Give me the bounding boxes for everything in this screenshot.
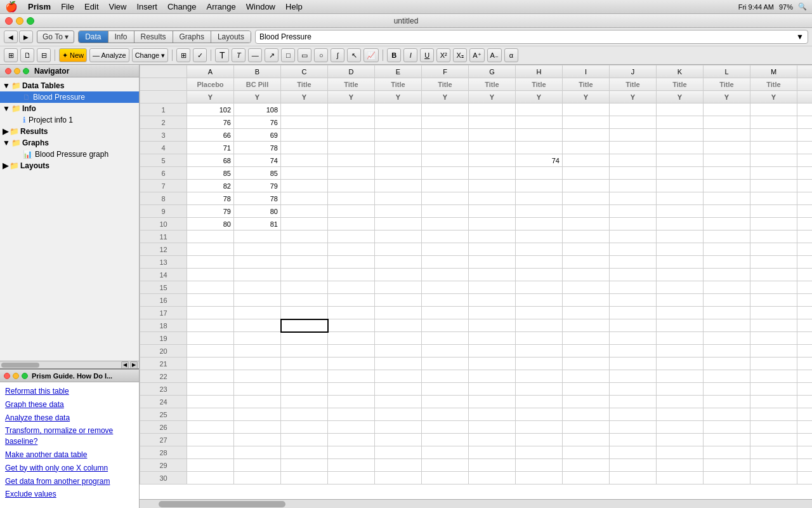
cell-2-E[interactable] [375,116,422,129]
cell-18-I[interactable] [563,319,610,332]
cell-9-C[interactable] [281,205,328,218]
four-box-btn[interactable]: ⊟ [37,48,51,62]
cell-1-N[interactable] [797,104,813,116]
cell-6-E[interactable] [375,167,422,180]
cell-29-F[interactable] [422,459,469,472]
nav-item-blood-pressure[interactable]: 🗋 Blood Pressure [0,91,139,103]
cell-13-G[interactable] [469,256,516,269]
cell-13-K[interactable] [657,256,704,269]
cell-24-G[interactable] [469,396,516,408]
cell-22-N[interactable] [797,370,813,383]
cell-18-M[interactable] [750,319,797,332]
cell-25-H[interactable] [516,408,563,421]
cell-15-A[interactable] [187,281,234,294]
cell-4-K[interactable] [657,142,704,154]
cell-16-D[interactable] [328,294,375,307]
cell-9-N[interactable] [797,205,813,218]
cell-7-N[interactable] [797,180,813,192]
cell-27-B[interactable] [234,434,281,446]
cell-6-D[interactable] [328,167,375,180]
cell-9-M[interactable] [750,205,797,218]
cell-1-D[interactable] [328,104,375,116]
cell-14-B[interactable] [234,269,281,281]
cell-20-A[interactable] [187,345,234,358]
cell-25-K[interactable] [657,408,704,421]
cell-13-D[interactable] [328,256,375,269]
cell-5-A[interactable]: 68 [187,154,234,167]
tab-results[interactable]: Results [134,31,173,43]
round-rect-btn[interactable]: ▭ [298,48,311,62]
cell-24-F[interactable] [422,396,469,408]
guide-link-analyze[interactable]: Analyze these data [5,413,134,424]
nav-scroll-left[interactable]: ◀ [121,361,129,369]
cell-6-L[interactable] [704,167,750,180]
app-name[interactable]: Prism [28,2,51,11]
cell-15-N[interactable] [797,281,813,294]
cell-20-N[interactable] [797,345,813,358]
cell-25-J[interactable] [610,408,657,421]
cell-15-E[interactable] [375,281,422,294]
title-A[interactable]: Placebo [187,78,234,91]
cell-16-K[interactable] [657,294,704,307]
menu-help[interactable]: Help [285,2,303,11]
cell-5-B[interactable]: 74 [234,154,281,167]
cell-23-D[interactable] [328,383,375,396]
col-header-B[interactable]: B [234,65,281,78]
cell-1-E[interactable] [375,104,422,116]
cell-11-N[interactable] [797,231,813,243]
cell-19-E[interactable] [375,332,422,345]
title-G[interactable]: Title [469,78,516,91]
title-L[interactable]: Title [704,78,750,91]
analyze-button[interactable]: — Analyze [89,48,129,62]
cell-2-D[interactable] [328,116,375,129]
sub2-btn[interactable]: A₋ [487,48,502,62]
new-button[interactable]: ✦ New [59,48,87,62]
cell-22-H[interactable] [516,370,563,383]
cell-9-E[interactable] [375,205,422,218]
cell-6-K[interactable] [657,167,704,180]
cell-11-B[interactable] [234,231,281,243]
cell-7-M[interactable] [750,180,797,192]
cell-2-B[interactable]: 76 [234,116,281,129]
cell-18-A[interactable] [187,319,234,332]
cell-29-B[interactable] [234,459,281,472]
cell-28-H[interactable] [516,446,563,459]
col-header-H[interactable]: H [516,65,563,78]
cell-30-N[interactable] [797,472,813,485]
col-header-L[interactable]: L [704,65,750,78]
cell-3-N[interactable] [797,129,813,142]
cell-29-N[interactable] [797,459,813,472]
cell-15-L[interactable] [704,281,750,294]
cell-12-K[interactable] [657,243,704,256]
cell-10-A[interactable]: 80 [187,218,234,231]
nav-scrollbar[interactable]: ◀ ▶ [0,361,139,368]
cell-21-N[interactable] [797,358,813,370]
cell-15-H[interactable] [516,281,563,294]
alpha-btn[interactable]: α [504,48,518,62]
cell-4-B[interactable]: 78 [234,142,281,154]
cell-21-D[interactable] [328,358,375,370]
menu-insert[interactable]: Insert [136,2,157,11]
cell-7-A[interactable]: 82 [187,180,234,192]
col-header-K[interactable]: K [657,65,704,78]
cell-3-E[interactable] [375,129,422,142]
cell-20-H[interactable] [516,345,563,358]
cell-5-L[interactable] [704,154,750,167]
cell-14-C[interactable] [281,269,328,281]
cell-27-E[interactable] [375,434,422,446]
cell-15-F[interactable] [422,281,469,294]
cell-26-G[interactable] [469,421,516,434]
cell-1-C[interactable] [281,104,328,116]
cell-18-L[interactable] [704,319,750,332]
cell-20-L[interactable] [704,345,750,358]
cell-8-H[interactable] [516,192,563,205]
cell-25-I[interactable] [563,408,610,421]
cell-26-I[interactable] [563,421,610,434]
cell-1-K[interactable] [657,104,704,116]
cell-16-N[interactable] [797,294,813,307]
cell-16-G[interactable] [469,294,516,307]
cell-14-F[interactable] [422,269,469,281]
change-button[interactable]: Change ▾ [132,48,169,62]
guide-link-reformat[interactable]: Reformat this table [5,386,134,397]
menu-file[interactable]: File [61,2,74,11]
